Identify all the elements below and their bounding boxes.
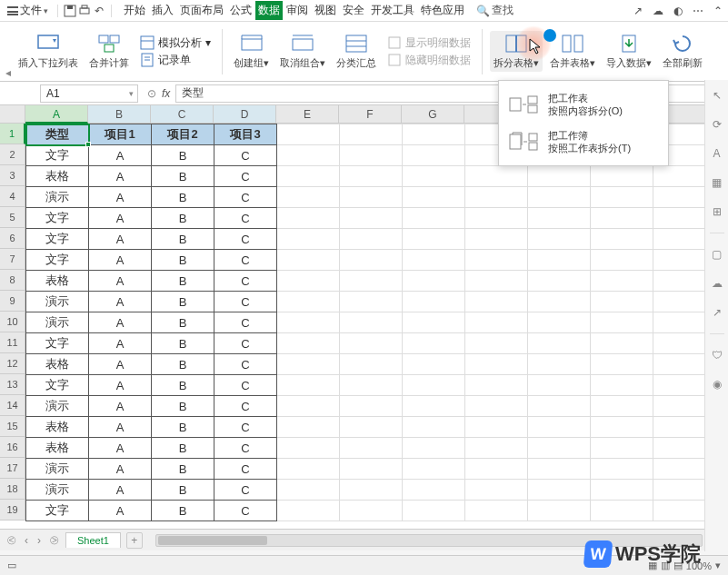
cell[interactable]: C xyxy=(214,312,277,333)
cell[interactable] xyxy=(277,187,340,208)
cell[interactable]: B xyxy=(152,417,214,438)
cell[interactable]: C xyxy=(214,480,277,501)
row-header[interactable]: 19 xyxy=(0,500,25,520)
help-icon[interactable]: ◉ xyxy=(709,376,725,392)
reload-icon[interactable]: ⟳ xyxy=(709,116,725,133)
cell[interactable] xyxy=(340,354,403,375)
create-group-button[interactable]: 创建组▾ xyxy=(230,33,273,70)
selection-icon[interactable]: ↖ xyxy=(709,87,725,104)
cell[interactable]: 演示 xyxy=(26,312,89,333)
tab-特色应用[interactable]: 特色应用 xyxy=(418,1,467,20)
cell[interactable] xyxy=(340,187,403,208)
cell[interactable] xyxy=(528,208,591,229)
cell[interactable] xyxy=(277,124,340,145)
cell[interactable] xyxy=(465,292,528,312)
cell[interactable]: 表格 xyxy=(26,271,89,292)
cell[interactable]: B xyxy=(152,438,214,459)
cell[interactable]: B xyxy=(152,375,214,396)
cell[interactable]: B xyxy=(152,250,214,271)
cell[interactable]: C xyxy=(214,145,277,166)
row-header[interactable]: 6 xyxy=(0,228,25,249)
cell[interactable] xyxy=(465,250,528,271)
cell[interactable] xyxy=(591,292,653,312)
cell[interactable] xyxy=(403,354,465,375)
row-header[interactable]: 10 xyxy=(0,312,25,332)
row-header[interactable]: 8 xyxy=(0,270,25,291)
cell[interactable] xyxy=(277,229,340,250)
cell[interactable] xyxy=(403,124,465,145)
cell[interactable] xyxy=(465,333,528,354)
tab-安全[interactable]: 安全 xyxy=(340,1,367,20)
col-header[interactable]: B xyxy=(88,105,151,124)
cell[interactable]: C xyxy=(214,354,277,375)
cell[interactable] xyxy=(591,501,653,521)
file-menu[interactable]: 文件 ▾ xyxy=(4,3,52,18)
cell[interactable]: 演示 xyxy=(26,187,89,208)
cells-area[interactable]: 类型项目1项目2项目3文字ABC表格ABC演示ABC文字ABC文字ABC文字AB… xyxy=(25,124,728,529)
cell[interactable]: C xyxy=(214,417,277,438)
cell[interactable]: C xyxy=(214,459,277,480)
cell[interactable]: C xyxy=(214,229,277,250)
cell[interactable] xyxy=(277,375,340,396)
cell[interactable] xyxy=(465,229,528,250)
cell[interactable] xyxy=(528,312,591,333)
cell[interactable] xyxy=(403,250,465,271)
cell[interactable]: 项目1 xyxy=(89,124,152,145)
row-header[interactable]: 15 xyxy=(0,416,25,437)
sheet-nav-last-icon[interactable]: ⧁ xyxy=(48,534,60,547)
cell[interactable]: 文字 xyxy=(26,333,89,354)
cell[interactable]: 演示 xyxy=(26,396,89,417)
cell[interactable] xyxy=(528,250,591,271)
ungroup-button[interactable]: 取消组合▾ xyxy=(276,33,329,70)
col-header[interactable]: F xyxy=(339,105,402,124)
col-header[interactable]: E xyxy=(276,105,339,124)
cell[interactable] xyxy=(277,312,340,333)
cell[interactable] xyxy=(591,208,653,229)
cell[interactable]: C xyxy=(214,208,277,229)
cell[interactable]: 演示 xyxy=(26,292,89,312)
cell[interactable]: 表格 xyxy=(26,417,89,438)
row-header[interactable]: 14 xyxy=(0,395,25,416)
fx-search-icon[interactable]: ⊙ xyxy=(147,87,156,100)
cell[interactable] xyxy=(340,459,403,480)
cell[interactable] xyxy=(403,501,465,521)
more-icon[interactable]: ⋯ xyxy=(692,5,704,17)
cell[interactable] xyxy=(403,166,465,187)
cell[interactable] xyxy=(403,459,465,480)
cell[interactable] xyxy=(528,187,591,208)
cell[interactable] xyxy=(403,312,465,333)
cell[interactable] xyxy=(277,417,340,438)
cell[interactable]: B xyxy=(152,354,214,375)
cell[interactable]: C xyxy=(214,292,277,312)
cell[interactable] xyxy=(340,480,403,501)
cell[interactable] xyxy=(340,396,403,417)
style-icon[interactable]: A xyxy=(709,145,725,162)
cell[interactable]: 表格 xyxy=(26,354,89,375)
record-form-button[interactable]: 记录单 xyxy=(140,53,211,68)
cell[interactable] xyxy=(340,124,403,145)
col-header[interactable]: C xyxy=(151,105,214,124)
cell[interactable] xyxy=(591,396,653,417)
cell[interactable]: C xyxy=(214,250,277,271)
box-icon[interactable]: ▢ xyxy=(709,246,725,263)
cell[interactable] xyxy=(528,354,591,375)
cell[interactable] xyxy=(591,333,653,354)
sim-analysis-button[interactable]: 模拟分析▾ xyxy=(140,35,211,51)
cell[interactable] xyxy=(277,208,340,229)
tab-审阅[interactable]: 审阅 xyxy=(284,1,311,20)
cell[interactable] xyxy=(403,375,465,396)
cell[interactable]: 文字 xyxy=(26,250,89,271)
cell[interactable] xyxy=(465,396,528,417)
cell[interactable] xyxy=(277,292,340,312)
cell[interactable] xyxy=(340,166,403,187)
skin-icon[interactable]: ◐ xyxy=(672,5,684,17)
cell[interactable]: 类型 xyxy=(26,124,89,145)
cell[interactable] xyxy=(465,354,528,375)
cell[interactable] xyxy=(591,229,653,250)
cell[interactable] xyxy=(277,459,340,480)
cell[interactable]: C xyxy=(214,396,277,417)
add-sheet-button[interactable]: + xyxy=(126,532,143,549)
cell[interactable]: C xyxy=(214,271,277,292)
cell[interactable]: C xyxy=(214,375,277,396)
cell[interactable]: B xyxy=(152,292,214,312)
